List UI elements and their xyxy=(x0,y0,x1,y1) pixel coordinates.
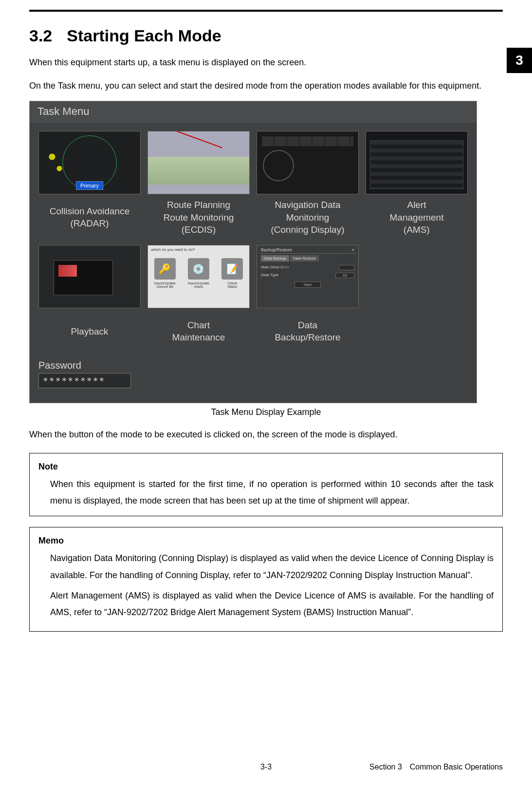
tile-backup-label: Data Backup/Restore xyxy=(275,312,340,350)
password-section: Password ********** xyxy=(30,350,477,388)
section-heading: 3.2Starting Each Mode xyxy=(29,26,503,45)
maint-icons: 🔑 💿 📝 xyxy=(148,258,249,280)
top-rule xyxy=(29,10,503,12)
backup-type-label: Data Type xyxy=(261,273,278,278)
memo-p1: Navigation Data Monitoring (Conning Disp… xyxy=(50,550,494,583)
tile-conning-thumb xyxy=(257,131,359,194)
maint-opt-2: Import/Update charts xyxy=(186,281,211,288)
chapter-tab: 3 xyxy=(507,48,532,73)
note-icon: 📝 xyxy=(221,258,243,280)
task-menu-titlebar: Task Menu xyxy=(30,101,477,122)
backup-drive-field xyxy=(339,265,354,270)
tile-backup[interactable]: Backup/Restore × Data Backup Data Restor… xyxy=(257,245,359,350)
section-number: 3.2 xyxy=(29,26,52,45)
memo-body: Navigation Data Monitoring (Conning Disp… xyxy=(38,550,494,620)
tile-playback-label: Playback xyxy=(71,312,108,350)
backup-row-type: Data Type All xyxy=(261,273,354,278)
backup-title-text: Backup/Restore xyxy=(261,247,292,252)
tile-backup-thumb: Backup/Restore × Data Backup Data Restor… xyxy=(257,245,359,308)
disc-icon: 💿 xyxy=(188,258,209,280)
password-input[interactable]: ********** xyxy=(38,373,131,388)
backup-row-drive: Main Drive D:>> xyxy=(261,265,354,270)
tile-ams-thumb xyxy=(366,131,468,194)
task-menu-window: Task Menu Primary Collision Avoidance (R… xyxy=(29,101,477,403)
tile-chart-maintenance[interactable]: which do you want to do? 🔑 💿 📝 Import/Up… xyxy=(147,245,250,350)
footer-section: Section 3 Common Basic Operations xyxy=(369,763,503,771)
backup-tab-1: Data Backup xyxy=(261,255,289,262)
section-title: Starting Each Mode xyxy=(67,26,221,45)
key-icon: 🔑 xyxy=(154,258,176,280)
tile-conning-label: Navigation Data Monitoring (Conning Disp… xyxy=(271,198,344,236)
close-icon: × xyxy=(352,247,354,252)
tile-radar[interactable]: Primary Collision Avoidance (RADAR) xyxy=(38,131,141,236)
primary-badge: Primary xyxy=(76,181,103,190)
maint-prompt: which do you want to do? xyxy=(151,247,246,252)
backup-start-button: Start xyxy=(294,281,321,288)
figure-caption: Task Menu Display Example xyxy=(29,407,503,417)
note-body: When this equipment is started for the f… xyxy=(38,476,494,509)
tile-ams[interactable]: Alert Management (AMS) xyxy=(366,131,468,236)
backup-type-field: All xyxy=(335,273,354,278)
note-box: Note When this equipment is started for … xyxy=(29,453,503,517)
memo-p2: Alert Management (AMS) is displayed as v… xyxy=(50,587,494,620)
tile-row-2: Playback which do you want to do? 🔑 💿 📝 … xyxy=(30,236,477,350)
tile-playback[interactable]: Playback xyxy=(38,245,141,350)
backup-button-row: Start xyxy=(261,281,354,288)
tile-ecdis-label: Route Planning Route Monitoring (ECDIS) xyxy=(164,198,234,236)
tile-playback-thumb xyxy=(38,245,141,308)
tile-radar-label: Collision Avoidance (RADAR) xyxy=(50,198,129,236)
tile-conning[interactable]: Navigation Data Monitoring (Conning Disp… xyxy=(257,131,359,236)
maint-opt-3: Check Status xyxy=(220,281,244,288)
note-title: Note xyxy=(38,458,494,475)
intro-line-2: On the Task menu, you can select and sta… xyxy=(29,77,503,94)
intro-line-1: When this equipment starts up, a task me… xyxy=(29,54,503,71)
tile-ams-label: Alert Management (AMS) xyxy=(390,198,444,236)
maint-opt-1: Import/Update Licence file xyxy=(153,281,177,288)
after-caption-para: When the button of the mode to be execut… xyxy=(29,426,503,443)
footer-page-number: 3-3 xyxy=(260,763,272,771)
tile-maint-label: Chart Maintenance xyxy=(172,312,225,350)
tile-maint-thumb: which do you want to do? 🔑 💿 📝 Import/Up… xyxy=(147,245,250,308)
tile-ecdis-thumb xyxy=(147,131,250,194)
tile-radar-thumb: Primary xyxy=(38,131,141,194)
memo-title: Memo xyxy=(38,532,494,549)
tile-ecdis[interactable]: Route Planning Route Monitoring (ECDIS) xyxy=(147,131,250,236)
password-label: Password xyxy=(38,360,468,371)
page-footer: 3-3 Section 3 Common Basic Operations xyxy=(29,763,503,771)
tile-row-1: Primary Collision Avoidance (RADAR) Rout… xyxy=(30,122,477,236)
memo-box: Memo Navigation Data Monitoring (Conning… xyxy=(29,527,503,632)
backup-titlebar: Backup/Restore × xyxy=(259,246,356,254)
maint-labels: Import/Update Licence file Import/Update… xyxy=(148,281,249,288)
backup-tabs: Data Backup Data Restore xyxy=(261,255,319,262)
backup-drive-label: Main Drive D:>> xyxy=(261,265,289,270)
backup-tab-2: Data Restore xyxy=(290,255,319,262)
